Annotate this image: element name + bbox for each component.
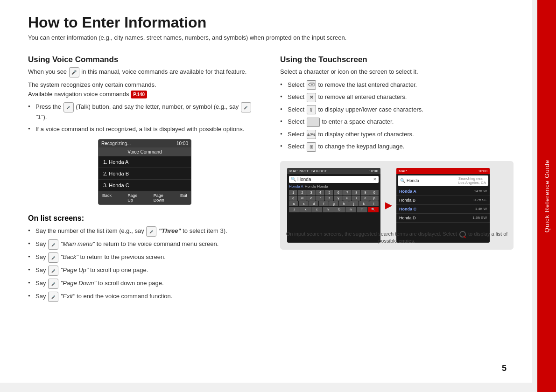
main-content: How to Enter Information You can enter i… <box>0 0 532 383</box>
screen-title-bar: Recognizing... 10:00 <box>99 140 191 147</box>
list-bullet-2: Say 🎤 "Main menu" to return to the voice… <box>28 239 261 250</box>
voice-btn-small-4: 🎤 <box>48 266 58 276</box>
results-header: MAP 10:00 <box>396 168 490 174</box>
list-item: 1. Honda A <box>99 156 191 168</box>
key-r[interactable]: r <box>316 196 324 201</box>
key-q[interactable]: q <box>289 196 297 201</box>
key-5[interactable]: 5 <box>325 190 333 195</box>
key-b[interactable]: b <box>334 207 345 212</box>
search-input-row: 🔍 Honda ✕ <box>289 176 379 183</box>
ts-bullet-1: Select to remove the last entered charac… <box>280 80 514 90</box>
voice-btn-small-3: 🎤 <box>48 252 58 263</box>
search-icon-small: 🔍 <box>400 178 405 183</box>
key-i[interactable]: i <box>352 196 360 201</box>
key-w[interactable]: w <box>298 196 306 201</box>
key-1[interactable]: 1 <box>289 190 297 195</box>
key-6[interactable]: 6 <box>334 190 342 195</box>
key-t[interactable]: t <box>325 196 333 201</box>
case-icon[interactable] <box>307 105 316 114</box>
key-o[interactable]: o <box>361 196 369 201</box>
results-search-bar: 🔍 Honda Searching nearLos Angeles, CA <box>398 175 488 186</box>
backspace-icon[interactable] <box>307 80 316 90</box>
tab-source: SOURCE <box>311 169 327 173</box>
key-y[interactable]: y <box>334 196 342 201</box>
list-bullet-1: Say the number of the list item (e.g., s… <box>28 226 261 237</box>
sugg-1[interactable]: Honda A <box>289 184 303 189</box>
key-d[interactable]: d <box>309 201 318 206</box>
result-honda-d[interactable]: Honda D 1.6ft SW <box>396 214 490 223</box>
key-l[interactable]: l <box>369 201 379 206</box>
p140-badge[interactable]: P.140 <box>131 91 147 98</box>
key-j[interactable]: j <box>349 201 359 206</box>
voice-icon: 🎤 <box>69 67 79 77</box>
list-item: 2. Honda B <box>99 168 191 180</box>
footer-pagedown[interactable]: PageDown <box>154 193 164 203</box>
key-f[interactable]: f <box>319 201 328 206</box>
footer-back[interactable]: Back <box>102 193 112 203</box>
voice-intro: When you see 🎤 in this manual, voice com… <box>28 67 261 77</box>
key-z[interactable]: z <box>289 207 300 212</box>
tab-nrte: NRTE <box>299 169 310 173</box>
key-3[interactable]: 3 <box>307 190 316 195</box>
ts-bullet-2: Select to remove all entered characters. <box>280 92 514 102</box>
space-icon[interactable] <box>307 118 320 127</box>
list-bullet-4: Say 🎤 "Page Up" to scroll up one page. <box>28 266 261 276</box>
touchscreen-images-box: MAP NRTE SOURCE 10:00 🔍 Honda ✕ <box>280 161 514 250</box>
touchscreen-title: Using the Touchscreen <box>280 55 514 64</box>
key-x[interactable]: x <box>300 207 311 212</box>
footer-exit[interactable]: Exit <box>180 193 187 203</box>
search-key[interactable]: 🔍 <box>368 207 379 212</box>
key-4[interactable]: 4 <box>316 190 324 195</box>
key-v[interactable]: v <box>323 207 333 212</box>
row-zxcv: z x c v b n m 🔍 <box>289 207 379 212</box>
language-icon[interactable] <box>307 142 316 152</box>
voice-screen-mockup: Recognizing... 10:00 Voice Command 1. Ho… <box>98 139 191 205</box>
ts-bullet-6: Select to change the keypad language. <box>280 142 514 152</box>
key-k[interactable]: k <box>359 201 368 206</box>
key-a[interactable]: a <box>289 201 298 206</box>
search-circle-icon <box>459 231 466 238</box>
key-g[interactable]: g <box>329 201 338 206</box>
nav-arrow: ▶ <box>385 200 392 210</box>
row-asdf: a s d f g h j k l <box>289 201 379 206</box>
key-h[interactable]: h <box>339 201 348 206</box>
on-list-title: On list screens: <box>28 214 261 223</box>
screen-list: 1. Honda A 2. Honda B 3. Honda C <box>99 156 191 191</box>
voice-commands-title: Using Voice Commands <box>28 55 261 64</box>
key-8[interactable]: 8 <box>352 190 360 195</box>
voice-btn-small-2: 🎤 <box>48 239 58 250</box>
clearall-icon[interactable] <box>307 93 316 102</box>
screen-recognizing: Recognizing... <box>101 141 131 146</box>
talk-button-icon-2: 🎤 <box>241 102 251 112</box>
input-screen-header: MAP NRTE SOURCE 10:00 <box>287 168 380 174</box>
result-honda-b[interactable]: Honda B 0.7ft SE <box>396 196 490 205</box>
key-e[interactable]: e <box>307 196 316 201</box>
sugg-3[interactable]: Honda <box>317 184 328 189</box>
key-9[interactable]: 9 <box>361 190 369 195</box>
screen-label: Voice Command <box>99 147 191 156</box>
key-u[interactable]: u <box>343 196 352 201</box>
key-m[interactable]: m <box>357 207 367 212</box>
input-clear-btn[interactable]: ✕ <box>373 177 377 182</box>
voice-bullets: Press the 🎤 (Talk) button, and say the l… <box>28 102 261 133</box>
result-honda-a[interactable]: Honda A 147ft W <box>396 187 490 196</box>
right-column: Using the Touchscreen Select a character… <box>280 55 514 306</box>
key-n[interactable]: n <box>345 207 356 212</box>
key-s[interactable]: s <box>299 201 308 206</box>
results-search-text: Honda <box>407 178 419 183</box>
voice-btn-small: 🎤 <box>146 226 156 237</box>
key-c[interactable]: c <box>311 207 322 212</box>
key-p[interactable]: p <box>370 196 379 201</box>
results-list: Honda A 147ft W Honda B 0.7ft SE Honda C… <box>396 187 490 223</box>
search-prefix: 🔍 <box>291 177 296 182</box>
key-7[interactable]: 7 <box>343 190 352 195</box>
footer-pageup[interactable]: PageUp <box>127 193 137 203</box>
page-number: 5 <box>502 364 507 373</box>
result-honda-c[interactable]: Honda C 1.4ft W <box>396 205 490 214</box>
key-2[interactable]: 2 <box>298 190 306 195</box>
screen-time: 10:00 <box>176 141 188 146</box>
key-0[interactable]: 0 <box>370 190 379 195</box>
suggestion-row: Honda A Honda Honda <box>289 184 379 189</box>
sugg-2[interactable]: Honda <box>305 184 316 189</box>
symbols-icon[interactable] <box>307 130 316 139</box>
